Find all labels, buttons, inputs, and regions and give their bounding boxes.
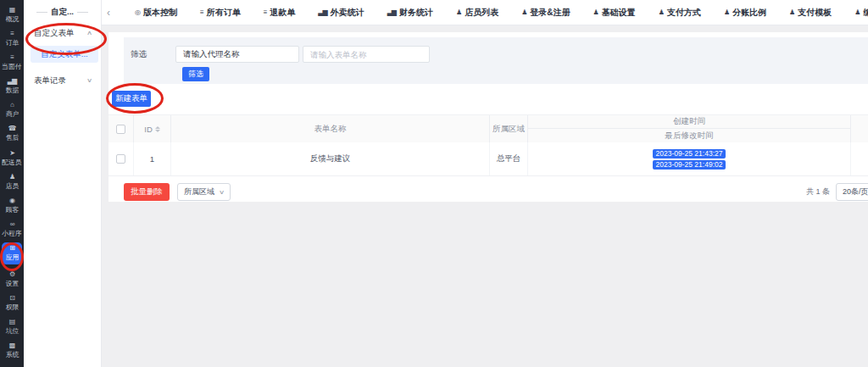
divider — [77, 12, 88, 13]
sidebar-item-label: 配送员 — [2, 158, 21, 166]
sidebar-item-overview[interactable]: ▦ 概况 — [2, 5, 22, 24]
tab-all-orders[interactable]: ≡ 所有订单 — [200, 7, 241, 19]
sidebar-item-label: 权限 — [5, 303, 19, 311]
created-time-badge: 2023-09-25 21:43:27 — [653, 149, 726, 158]
subnav-title-text: 自定... — [51, 7, 74, 18]
tab-payment-methods[interactable]: ♟ 支付方式 — [659, 7, 701, 19]
sidebar-item-label: 坑位 — [5, 326, 19, 335]
sidebar-item-data[interactable]: ▃▆ 数据 — [2, 77, 22, 96]
row-times: 2023-09-25 21:43:27 2023-09-25 21:49:02 — [528, 142, 851, 175]
header-region: 所属区域 — [490, 115, 528, 142]
bar-chart-icon: ▃▆ — [387, 8, 396, 16]
modified-time-badge: 2023-09-25 21:49:02 — [653, 160, 726, 170]
row-form-name: 反馈与建议 — [171, 142, 490, 175]
sidebar-item-label: 商户 — [5, 110, 19, 119]
secondary-sidebar: 自定... 自定义表单 ∧ 自定义表单... 表单记录 ∨ — [24, 0, 102, 367]
batch-delete-button[interactable]: 批量删除 — [124, 183, 170, 201]
sidebar-item-customer[interactable]: ◉ 顾客 — [2, 197, 22, 215]
header-id[interactable]: ID — [134, 115, 171, 142]
sidebar-item-merchant[interactable]: ⌂ 商户 — [2, 101, 22, 120]
sidebar-item-permissions[interactable]: ⊡ 权限 — [2, 293, 22, 312]
person-icon: ♟ — [521, 8, 526, 16]
sidebar-item-apps[interactable]: ⊞ 应用 — [2, 242, 22, 264]
subnav-group-form-records[interactable]: 表单记录 ∨ — [24, 70, 101, 91]
divider — [36, 12, 47, 13]
app-root: ▦ 概况 ≡ 订单 ≡ 当面付 ▃▆ 数据 ⌂ 商户 ☎ 售后 ➤ 配送员 ♟ — [0, 0, 868, 367]
form-name-input[interactable] — [303, 46, 430, 63]
person-icon: ♟ — [659, 8, 664, 16]
sidebar-item-orders[interactable]: ≡ 订单 — [2, 29, 22, 47]
grid-icon: ⊞ — [9, 244, 14, 253]
table-header: ID 表单名称 所属区域 创建时间 最后修改时间 — [108, 114, 868, 142]
sidebar-item-label: 小程序 — [2, 230, 21, 238]
tab-label: 分账比例 — [732, 7, 766, 19]
page-size-label: 20条/页 — [843, 186, 868, 197]
primary-sidebar: ▦ 概况 ≡ 订单 ≡ 当面付 ▃▆ 数据 ⌂ 商户 ☎ 售后 ➤ 配送员 ♟ — [0, 0, 24, 367]
chevron-down-icon: ∨ — [219, 189, 225, 196]
select-all-checkbox[interactable] — [116, 125, 125, 134]
sidebar-item-label: 店员 — [5, 181, 19, 190]
facepay-icon: ≡ — [10, 53, 14, 62]
sidebar-item-label: 数据 — [5, 86, 19, 95]
sidebar-item-aftersale[interactable]: ☎ 售后 — [2, 125, 22, 143]
tab-version-control[interactable]: ◎ 版本控制 — [135, 7, 177, 19]
person-icon: ♟ — [593, 8, 598, 16]
subnav-item-label: 自定义表单... — [41, 49, 87, 60]
sidebar-item-miniprogram[interactable]: ∞ 小程序 — [2, 220, 22, 239]
subnav-group-label: 自定义表单 — [34, 28, 75, 39]
subnav-group-custom-forms[interactable]: 自定义表单 ∧ — [24, 23, 101, 43]
list-icon: ≡ — [264, 8, 267, 16]
tab-edit-payment-template[interactable]: ♟ 编辑支付模板 — [854, 7, 868, 19]
tab-clerk-list[interactable]: ♟ 店员列表 — [456, 7, 498, 19]
header-modified-time: 最后修改时间 — [528, 129, 851, 142]
row-actions — [851, 142, 868, 175]
sidebar-item-courier[interactable]: ➤ 配送员 — [2, 148, 22, 167]
sidebar-item-clerk[interactable]: ♟ 店员 — [2, 172, 22, 191]
table-footer: 批量删除 所属区域 ∨ 共 1 条 20条/页 ∨ — [108, 183, 868, 201]
tab-finance-stats[interactable]: ▃▆ 财务统计 — [387, 7, 433, 19]
chart-icon: ▃▆ — [8, 77, 16, 86]
tab-login-register[interactable]: ♟ 登录&注册 — [521, 7, 570, 19]
sidebar-item-slots[interactable]: ▤ 坑位 — [2, 317, 22, 336]
tab-label: 财务统计 — [399, 7, 433, 19]
headset-icon: ☎ — [8, 125, 16, 133]
tabs-scroll-left-icon[interactable]: ‹ — [105, 7, 112, 19]
subnav-item-custom-forms-active[interactable]: 自定义表单... — [31, 46, 98, 63]
new-form-button[interactable]: 新建表单 — [112, 91, 151, 107]
content-card: 筛选 筛选 新建表单 ID 表单名称 所属区域 — [108, 32, 868, 202]
control-icon: ◎ — [135, 8, 140, 16]
filter-label: 筛选 — [131, 49, 175, 60]
filter-button[interactable]: 筛选 — [182, 67, 209, 81]
tab-takeout-stats[interactable]: ▃▆ 外卖统计 — [318, 7, 364, 19]
person-icon: ♟ — [854, 8, 860, 16]
header-id-label: ID — [144, 125, 153, 134]
page-size-select[interactable]: 20条/页 ∨ — [836, 183, 868, 201]
region-filter-select[interactable]: 所属区域 ∨ — [177, 183, 231, 201]
tab-split-ratio[interactable]: ♟ 分账比例 — [724, 7, 766, 19]
person-icon: ♟ — [456, 8, 461, 16]
row-checkbox[interactable] — [116, 154, 125, 164]
tab-label: 退款单 — [270, 7, 295, 19]
overview-icon: ▦ — [9, 6, 15, 14]
tab-basic-settings[interactable]: ♟ 基础设置 — [593, 7, 636, 19]
sort-icon[interactable] — [155, 126, 160, 132]
tab-label: 店员列表 — [465, 7, 498, 19]
header-checkbox-cell — [108, 115, 134, 142]
person-icon: ♟ — [789, 8, 794, 16]
header-created-time: 创建时间 — [528, 115, 851, 129]
sidebar-item-system[interactable]: ▩ 系统 — [2, 342, 22, 360]
sidebar-item-label: 系统 — [5, 351, 19, 359]
sidebar-item-label: 设置 — [5, 279, 19, 287]
tab-refund-orders[interactable]: ≡ 退款单 — [264, 7, 296, 19]
agent-name-input[interactable] — [175, 46, 299, 63]
tab-payment-template[interactable]: ♟ 支付模板 — [789, 7, 832, 19]
sidebar-item-label: 概况 — [5, 14, 19, 23]
sidebar-item-facepay[interactable]: ≡ 当面付 — [2, 53, 22, 71]
system-icon: ▩ — [9, 342, 15, 350]
row-checkbox-cell — [108, 142, 134, 175]
filter-panel: 筛选 筛选 — [124, 37, 868, 84]
sidebar-item-settings[interactable]: ⚙ 设置 — [2, 270, 22, 288]
row-id: 1 — [134, 142, 171, 175]
tab-label: 版本控制 — [143, 7, 177, 19]
forms-table: ID 表单名称 所属区域 创建时间 最后修改时间 1 反馈与建议 总平台 — [108, 114, 868, 176]
